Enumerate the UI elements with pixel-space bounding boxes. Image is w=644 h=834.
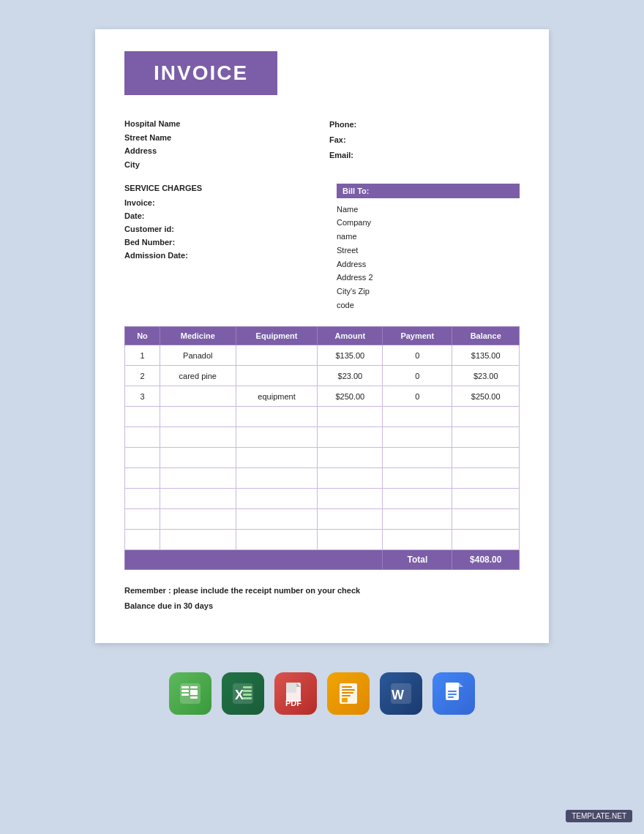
service-charges: SERVICE CHARGES Invoice: Date: Customer … (124, 184, 307, 312)
table-row (125, 489, 520, 509)
col-amount: Amount (318, 327, 383, 345)
cell-equipment (236, 489, 318, 509)
cell-balance (452, 489, 520, 509)
svg-rect-22 (342, 698, 348, 702)
invoice-table: No Medicine Equipment Amount Payment Bal… (124, 326, 520, 570)
svg-rect-2 (181, 690, 189, 692)
total-label: Total (383, 550, 452, 570)
cell-payment: 0 (383, 366, 452, 386)
fax-label: Fax: (329, 135, 346, 144)
cell-medicine (160, 448, 236, 468)
cell-medicine (160, 427, 236, 448)
col-no: No (125, 327, 160, 345)
cell-balance (452, 530, 520, 550)
cell-medicine: Panadol (160, 345, 236, 366)
service-charges-title: SERVICE CHARGES (124, 184, 307, 192)
cell-balance (452, 407, 520, 427)
table-header: No Medicine Equipment Amount Payment Bal… (125, 327, 520, 345)
svg-rect-6 (190, 696, 198, 699)
svg-rect-19 (342, 689, 355, 691)
table-row (125, 530, 520, 550)
hospital-name: Hospital Name (124, 117, 315, 131)
cell-no (125, 427, 160, 448)
table-footer: Total $408.00 (125, 550, 520, 570)
bed-row: Bed Number: (124, 238, 307, 247)
footer-note2: Balance due in 30 days (124, 598, 520, 614)
cell-balance (452, 468, 520, 489)
svg-rect-30 (448, 696, 454, 698)
contact-phone: Phone: (329, 117, 520, 132)
top-info-section: Hospital Name Street Name Address City P… (124, 117, 520, 172)
footer-note1: Remember : please include the receipt nu… (124, 583, 520, 598)
cell-no (125, 530, 160, 550)
phone-label: Phone: (329, 120, 356, 129)
svg-rect-18 (342, 686, 352, 688)
bill-address: Address (337, 258, 520, 271)
bill-street: Street (337, 244, 520, 258)
footer-notes: Remember : please include the receipt nu… (124, 583, 520, 614)
contact-email: Email: (329, 148, 520, 163)
docs-app-icon[interactable] (433, 672, 475, 715)
invoice-header: INVOICE (124, 51, 277, 95)
cell-amount (318, 407, 383, 427)
cell-amount (318, 489, 383, 509)
svg-rect-21 (342, 695, 351, 696)
cell-medicine: cared pine (160, 366, 236, 386)
cell-no (125, 407, 160, 427)
date-label: Date: (124, 211, 198, 220)
service-bill-section: SERVICE CHARGES Invoice: Date: Customer … (124, 184, 520, 312)
cell-no: 1 (125, 345, 160, 366)
cell-payment (383, 468, 452, 489)
admission-row: Admission Date: (124, 251, 307, 260)
cell-medicine (160, 386, 236, 407)
table-body: 1Panadol$135.000$135.002cared pine$23.00… (125, 345, 520, 550)
cell-payment (383, 448, 452, 468)
cell-equipment (236, 448, 318, 468)
cell-amount: $23.00 (318, 366, 383, 386)
contact-info: Phone: Fax: Email: (315, 117, 520, 172)
bill-company: Company (337, 216, 520, 230)
svg-rect-9 (243, 686, 252, 688)
col-equipment: Equipment (236, 327, 318, 345)
customer-label: Customer id: (124, 225, 198, 233)
word-app-icon[interactable]: W (380, 672, 422, 715)
bill-to-header: Bill To: (337, 184, 520, 198)
svg-rect-29 (448, 694, 457, 695)
hospital-street: Street Name (124, 131, 315, 145)
svg-rect-1 (181, 686, 189, 688)
cell-medicine (160, 468, 236, 489)
pages-app-icon[interactable] (327, 672, 370, 715)
cell-equipment (236, 427, 318, 448)
numbers-app-icon[interactable] (169, 672, 211, 715)
table-row (125, 407, 520, 427)
table-row (125, 468, 520, 489)
app-icons-row: X PDF W (169, 672, 475, 715)
cell-equipment (236, 407, 318, 427)
hospital-address: Address (124, 144, 315, 158)
invoice-document: INVOICE Hospital Name Street Name Addres… (95, 29, 549, 643)
bill-cityzip: City's Zip (337, 285, 520, 298)
table-row: 2cared pine$23.000$23.00 (125, 366, 520, 386)
cell-payment (383, 509, 452, 530)
cell-no (125, 448, 160, 468)
svg-rect-3 (181, 694, 189, 696)
pdf-app-icon[interactable]: PDF (274, 672, 317, 715)
admission-label: Admission Date: (124, 251, 198, 260)
table-row: 1Panadol$135.000$135.00 (125, 345, 520, 366)
cell-payment (383, 489, 452, 509)
invoice-row: Invoice: (124, 198, 307, 207)
cell-payment: 0 (383, 386, 452, 407)
bill-address2: Address 2 (337, 271, 520, 285)
cell-balance: $135.00 (452, 345, 520, 366)
cell-equipment (236, 530, 318, 550)
cell-medicine (160, 489, 236, 509)
cell-medicine (160, 509, 236, 530)
cell-equipment: equipment (236, 386, 318, 407)
col-payment: Payment (383, 327, 452, 345)
cell-payment (383, 407, 452, 427)
svg-text:PDF: PDF (285, 699, 302, 707)
cell-medicine (160, 407, 236, 427)
excel-app-icon[interactable]: X (222, 672, 264, 715)
cell-amount (318, 427, 383, 448)
svg-marker-26 (459, 683, 463, 687)
